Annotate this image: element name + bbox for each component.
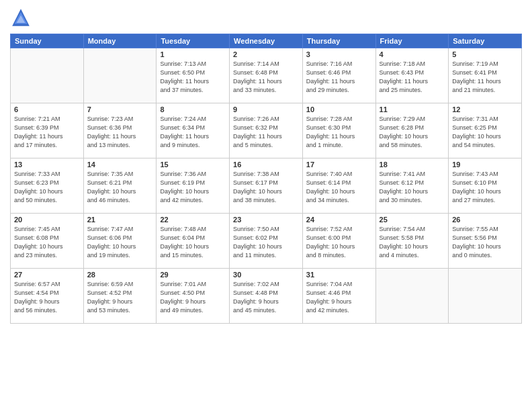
- day-number: 4: [380, 50, 445, 58]
- day-detail: Sunrise: 7:14 AM Sunset: 6:48 PM Dayligh…: [233, 60, 299, 95]
- day-detail: Sunrise: 7:55 AM Sunset: 5:56 PM Dayligh…: [452, 225, 518, 260]
- day-detail: Sunrise: 7:19 AM Sunset: 6:41 PM Dayligh…: [452, 60, 518, 95]
- day-detail: Sunrise: 7:33 AM Sunset: 6:23 PM Dayligh…: [14, 170, 80, 205]
- day-detail: Sunrise: 7:40 AM Sunset: 6:14 PM Dayligh…: [306, 170, 372, 205]
- day-detail: Sunrise: 7:16 AM Sunset: 6:46 PM Dayligh…: [306, 60, 372, 95]
- day-number: 2: [233, 50, 299, 58]
- day-number: 18: [380, 161, 445, 169]
- week-row-1: 1Sunrise: 7:13 AM Sunset: 6:50 PM Daylig…: [11, 48, 522, 103]
- day-detail: Sunrise: 7:28 AM Sunset: 6:30 PM Dayligh…: [306, 115, 372, 150]
- calendar-cell: 15Sunrise: 7:36 AM Sunset: 6:19 PM Dayli…: [157, 158, 230, 214]
- calendar-cell: 16Sunrise: 7:38 AM Sunset: 6:17 PM Dayli…: [230, 158, 303, 214]
- week-row-2: 6Sunrise: 7:21 AM Sunset: 6:39 PM Daylig…: [11, 103, 522, 158]
- day-number: 1: [160, 50, 226, 58]
- col-header-thursday: Thursday: [302, 34, 375, 48]
- day-number: 25: [380, 216, 445, 224]
- page: SundayMondayTuesdayWednesdayThursdayFrid…: [0, 0, 532, 411]
- day-number: 10: [306, 105, 372, 113]
- day-number: 11: [380, 105, 445, 113]
- calendar-cell: 26Sunrise: 7:55 AM Sunset: 5:56 PM Dayli…: [449, 214, 522, 269]
- calendar-cell: 29Sunrise: 7:01 AM Sunset: 4:50 PM Dayli…: [157, 269, 230, 324]
- calendar-cell: 7Sunrise: 7:23 AM Sunset: 6:36 PM Daylig…: [83, 103, 157, 158]
- day-detail: Sunrise: 7:38 AM Sunset: 6:17 PM Dayligh…: [233, 170, 299, 205]
- calendar-cell: 4Sunrise: 7:18 AM Sunset: 6:43 PM Daylig…: [375, 48, 449, 103]
- calendar-cell: 9Sunrise: 7:26 AM Sunset: 6:32 PM Daylig…: [230, 103, 303, 158]
- calendar-cell: 10Sunrise: 7:28 AM Sunset: 6:30 PM Dayli…: [302, 103, 375, 158]
- day-number: 14: [87, 161, 153, 169]
- day-number: 15: [160, 161, 226, 169]
- calendar-cell: 21Sunrise: 7:47 AM Sunset: 6:06 PM Dayli…: [83, 214, 157, 269]
- day-detail: Sunrise: 7:21 AM Sunset: 6:39 PM Dayligh…: [14, 115, 80, 150]
- calendar-cell: 13Sunrise: 7:33 AM Sunset: 6:23 PM Dayli…: [11, 158, 84, 214]
- day-detail: Sunrise: 7:48 AM Sunset: 6:04 PM Dayligh…: [160, 225, 226, 260]
- day-detail: Sunrise: 7:04 AM Sunset: 4:46 PM Dayligh…: [306, 280, 372, 315]
- day-number: 27: [14, 271, 80, 279]
- day-detail: Sunrise: 7:29 AM Sunset: 6:28 PM Dayligh…: [380, 115, 445, 150]
- day-number: 24: [306, 216, 372, 224]
- calendar-cell: 11Sunrise: 7:29 AM Sunset: 6:28 PM Dayli…: [375, 103, 449, 158]
- day-number: 5: [452, 50, 518, 58]
- day-number: 6: [14, 105, 80, 113]
- week-row-4: 20Sunrise: 7:45 AM Sunset: 6:08 PM Dayli…: [11, 214, 522, 269]
- calendar-cell: 5Sunrise: 7:19 AM Sunset: 6:41 PM Daylig…: [449, 48, 522, 103]
- day-number: 9: [233, 105, 299, 113]
- day-detail: Sunrise: 7:24 AM Sunset: 6:34 PM Dayligh…: [160, 115, 226, 150]
- calendar-cell: 30Sunrise: 7:02 AM Sunset: 4:48 PM Dayli…: [230, 269, 303, 324]
- day-detail: Sunrise: 7:35 AM Sunset: 6:21 PM Dayligh…: [87, 170, 153, 205]
- day-number: 28: [87, 271, 153, 279]
- col-header-saturday: Saturday: [449, 34, 522, 48]
- day-detail: Sunrise: 7:50 AM Sunset: 6:02 PM Dayligh…: [233, 225, 299, 260]
- day-number: 26: [452, 216, 518, 224]
- calendar-header-row: SundayMondayTuesdayWednesdayThursdayFrid…: [11, 34, 522, 48]
- col-header-tuesday: Tuesday: [157, 34, 230, 48]
- day-detail: Sunrise: 7:45 AM Sunset: 6:08 PM Dayligh…: [14, 225, 80, 260]
- day-number: 3: [306, 50, 372, 58]
- calendar-cell: 17Sunrise: 7:40 AM Sunset: 6:14 PM Dayli…: [302, 158, 375, 214]
- day-number: 8: [160, 105, 226, 113]
- day-number: 17: [306, 161, 372, 169]
- week-row-3: 13Sunrise: 7:33 AM Sunset: 6:23 PM Dayli…: [11, 158, 522, 214]
- day-number: 30: [233, 271, 299, 279]
- calendar-cell: 20Sunrise: 7:45 AM Sunset: 6:08 PM Dayli…: [11, 214, 84, 269]
- calendar-cell: 14Sunrise: 7:35 AM Sunset: 6:21 PM Dayli…: [83, 158, 157, 214]
- col-header-friday: Friday: [375, 34, 449, 48]
- col-header-monday: Monday: [83, 34, 157, 48]
- header: [10, 7, 522, 28]
- day-detail: Sunrise: 7:43 AM Sunset: 6:10 PM Dayligh…: [452, 170, 518, 205]
- calendar-cell: 28Sunrise: 6:59 AM Sunset: 4:52 PM Dayli…: [83, 269, 157, 324]
- day-number: 13: [14, 161, 80, 169]
- calendar-cell: 12Sunrise: 7:31 AM Sunset: 6:25 PM Dayli…: [449, 103, 522, 158]
- day-detail: Sunrise: 7:23 AM Sunset: 6:36 PM Dayligh…: [87, 115, 153, 150]
- calendar-cell: 24Sunrise: 7:52 AM Sunset: 6:00 PM Dayli…: [302, 214, 375, 269]
- day-number: 20: [14, 216, 80, 224]
- day-detail: Sunrise: 7:36 AM Sunset: 6:19 PM Dayligh…: [160, 170, 226, 205]
- calendar-cell: [375, 269, 449, 324]
- calendar-cell: 27Sunrise: 6:57 AM Sunset: 4:54 PM Dayli…: [11, 269, 84, 324]
- day-detail: Sunrise: 7:26 AM Sunset: 6:32 PM Dayligh…: [233, 115, 299, 150]
- col-header-wednesday: Wednesday: [230, 34, 303, 48]
- calendar-cell: 31Sunrise: 7:04 AM Sunset: 4:46 PM Dayli…: [302, 269, 375, 324]
- day-number: 7: [87, 105, 153, 113]
- day-number: 16: [233, 161, 299, 169]
- calendar-cell: [449, 269, 522, 324]
- day-number: 29: [160, 271, 226, 279]
- day-number: 31: [306, 271, 372, 279]
- day-detail: Sunrise: 7:01 AM Sunset: 4:50 PM Dayligh…: [160, 280, 226, 315]
- day-number: 21: [87, 216, 153, 224]
- day-detail: Sunrise: 7:47 AM Sunset: 6:06 PM Dayligh…: [87, 225, 153, 260]
- day-detail: Sunrise: 7:31 AM Sunset: 6:25 PM Dayligh…: [452, 115, 518, 150]
- calendar-table: SundayMondayTuesdayWednesdayThursdayFrid…: [10, 34, 522, 324]
- day-detail: Sunrise: 7:02 AM Sunset: 4:48 PM Dayligh…: [233, 280, 299, 315]
- calendar-cell: 22Sunrise: 7:48 AM Sunset: 6:04 PM Dayli…: [157, 214, 230, 269]
- day-number: 22: [160, 216, 226, 224]
- day-detail: Sunrise: 7:18 AM Sunset: 6:43 PM Dayligh…: [380, 60, 445, 95]
- calendar-cell: 3Sunrise: 7:16 AM Sunset: 6:46 PM Daylig…: [302, 48, 375, 103]
- calendar-cell: 18Sunrise: 7:41 AM Sunset: 6:12 PM Dayli…: [375, 158, 449, 214]
- day-detail: Sunrise: 6:59 AM Sunset: 4:52 PM Dayligh…: [87, 280, 153, 315]
- day-number: 23: [233, 216, 299, 224]
- logo-icon: [10, 7, 32, 28]
- day-number: 19: [452, 161, 518, 169]
- day-detail: Sunrise: 7:52 AM Sunset: 6:00 PM Dayligh…: [306, 225, 372, 260]
- day-detail: Sunrise: 7:54 AM Sunset: 5:58 PM Dayligh…: [380, 225, 445, 260]
- week-row-5: 27Sunrise: 6:57 AM Sunset: 4:54 PM Dayli…: [11, 269, 522, 324]
